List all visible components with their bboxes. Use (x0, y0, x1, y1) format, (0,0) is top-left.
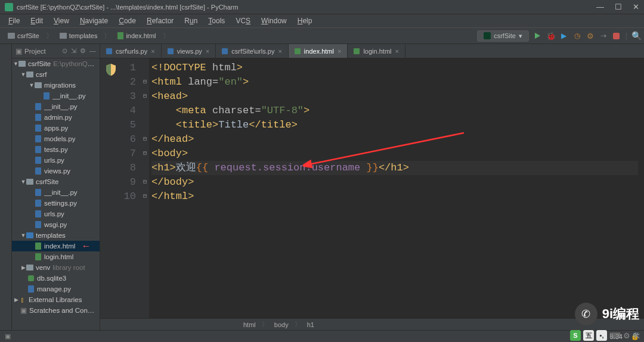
tree-file-models[interactable]: models.py (12, 133, 100, 144)
ime-icon: S (570, 330, 581, 341)
html-file-icon (354, 48, 360, 54)
tree-file-settings[interactable]: settings.py (12, 198, 100, 209)
collapse-all-icon[interactable]: ⇲ (71, 47, 76, 55)
maximize-button[interactable]: ☐ (615, 2, 622, 11)
python-file-icon (106, 48, 112, 54)
settings-icon: ⚙ (623, 331, 630, 340)
python-file-icon (222, 48, 228, 54)
tree-file-db[interactable]: db.sqlite3 (12, 273, 100, 284)
tree-file-loginhtml[interactable]: login.html (12, 251, 100, 262)
coverage-button[interactable]: ▶ (560, 32, 568, 40)
close-button[interactable]: ✕ (633, 2, 639, 11)
tree-file-urls[interactable]: urls.py (12, 209, 100, 219)
project-tree: ▼csrfSiteE:\pythonQZ\csrfSi ▼csrf ▼migra… (12, 58, 100, 330)
ime-mode-icon: 五 (583, 330, 594, 341)
title-bar: csrfSite [E:\pythonQZ\csrfSite] - ...\te… (0, 0, 644, 14)
menu-file[interactable]: File (4, 15, 24, 26)
left-tool-strip[interactable] (0, 44, 12, 330)
stop-button[interactable] (612, 32, 621, 40)
crumb-root[interactable]: csrfSite (4, 30, 44, 41)
app-icon (5, 3, 13, 11)
crumb-file[interactable]: index.html (113, 30, 160, 41)
tab-login-html[interactable]: login.html× (348, 44, 405, 58)
close-tab-icon[interactable]: × (338, 48, 341, 55)
tree-file-init[interactable]: __init__.py (12, 187, 100, 198)
hide-panel-icon[interactable]: — (89, 47, 96, 55)
line-numbers: 12345678910 (122, 58, 141, 318)
tool-icon: 🛠 (633, 331, 640, 340)
close-tab-icon[interactable]: × (278, 48, 281, 55)
code-editor[interactable]: 12345678910 ⊟⊟⊟⊟⊟⊟ <!DOCTYPE html> <html… (100, 58, 644, 318)
debug-button[interactable]: 🐞 (547, 32, 555, 40)
menu-window[interactable]: Window (256, 15, 292, 26)
minimize-button[interactable]: — (596, 2, 604, 11)
menu-help[interactable]: Help (293, 15, 317, 26)
tab-index-html[interactable]: index.html× (289, 44, 348, 58)
search-everywhere-button[interactable]: 🔍 (632, 32, 640, 40)
crumb-h1[interactable]: h1 (307, 321, 314, 328)
tree-folder-csrf[interactable]: ▼csrf (12, 69, 100, 80)
tree-external-libs[interactable]: ▶⫿External Libraries (12, 294, 100, 305)
tree-folder-venv[interactable]: ▶venvlibrary root (12, 262, 100, 273)
tree-root[interactable]: ▼csrfSiteE:\pythonQZ\csrfSi (12, 58, 100, 69)
attach-button[interactable]: ⇢ (599, 32, 608, 40)
menu-navigate[interactable]: Navigate (75, 15, 113, 26)
fold-gutter: ⊟⊟⊟⊟⊟⊟ (141, 58, 149, 318)
tree-folder-csrfsite[interactable]: ▼csrfSite (12, 176, 100, 187)
run-config-selector[interactable]: csrfSite▾ (477, 30, 529, 42)
project-view-icon[interactable]: ▣ (16, 47, 22, 55)
status-tool-icon[interactable]: ▣ (5, 332, 11, 340)
close-tab-icon[interactable]: × (151, 48, 154, 55)
concurrency-button[interactable]: ⚙ (586, 32, 595, 40)
menu-view[interactable]: View (49, 15, 74, 26)
tree-file-admin[interactable]: admin.py (12, 112, 100, 123)
tree-file-manage[interactable]: manage.py (12, 284, 100, 294)
menu-vcs[interactable]: VCS (231, 15, 255, 26)
menu-code[interactable]: Code (114, 15, 141, 26)
menu-tools[interactable]: Tools (203, 15, 230, 26)
panel-settings-icon[interactable]: ⚙ (80, 47, 86, 55)
crumb-separator-icon: 〉 (46, 31, 53, 41)
html-file-icon (295, 48, 301, 54)
panel-title: Project (24, 48, 60, 55)
tree-file-init[interactable]: __init__.py (12, 101, 100, 112)
tab-csrf-urls[interactable]: csrf\urls.py× (100, 44, 162, 58)
crumb-folder[interactable]: templates (55, 30, 102, 41)
close-tab-icon[interactable]: × (395, 48, 398, 55)
tab-csrfsite-urls[interactable]: csrfSite\urls.py× (216, 44, 289, 58)
tree-file-tests[interactable]: tests.py (12, 144, 100, 155)
tree-file-init[interactable]: __init__.py (12, 91, 100, 101)
tab-views[interactable]: views.py× (162, 44, 216, 58)
window-title: csrfSite [E:\pythonQZ\csrfSite] - ...\te… (17, 4, 239, 11)
status-bar: ▣ 8:34 🔒 (0, 330, 644, 342)
menu-run[interactable]: Run (179, 15, 202, 26)
crumb-separator-icon: 〉 (163, 31, 170, 41)
tree-scratches[interactable]: ▣Scratches and Consoles (12, 305, 100, 316)
crumb-html[interactable]: html (243, 321, 256, 328)
editor-area: csrf\urls.py× views.py× csrfSite\urls.py… (100, 44, 644, 330)
navigation-bar: csrfSite 〉 templates 〉 index.html 〉 csrf… (0, 27, 644, 44)
tree-file-wsgi[interactable]: wsgi.py (12, 219, 100, 230)
profile-button[interactable]: ◷ (573, 32, 581, 40)
run-button[interactable] (534, 32, 542, 40)
tree-file-urls[interactable]: urls.py (12, 155, 100, 166)
tree-file-indexhtml[interactable]: index.html← (12, 241, 100, 251)
menu-edit[interactable]: Edit (26, 15, 48, 26)
editor-breadcrumb: html〉 body〉 h1 (100, 318, 644, 330)
tree-file-views[interactable]: views.py (12, 166, 100, 176)
crumb-separator-icon: 〉 (104, 31, 111, 41)
tree-file-apps[interactable]: apps.py (12, 123, 100, 133)
crumb-body[interactable]: body (274, 321, 289, 328)
django-icon (484, 32, 491, 39)
ime-punc-icon: •, (596, 330, 607, 341)
watermark-badge: ✆ 9i编程 (575, 303, 639, 325)
tree-folder-migrations[interactable]: ▼migrations (12, 80, 100, 91)
close-tab-icon[interactable]: × (206, 48, 209, 55)
editor-tabs: csrf\urls.py× views.py× csrfSite\urls.py… (100, 44, 644, 58)
wechat-icon: ✆ (575, 303, 597, 325)
menu-refactor[interactable]: Refactor (142, 15, 178, 26)
menu-bar: File Edit View Navigate Code Refactor Ru… (0, 14, 644, 27)
tree-folder-templates[interactable]: ▼templates (12, 230, 100, 241)
select-opened-file-icon[interactable]: ⊙ (62, 47, 67, 55)
shield-icon (105, 63, 117, 76)
